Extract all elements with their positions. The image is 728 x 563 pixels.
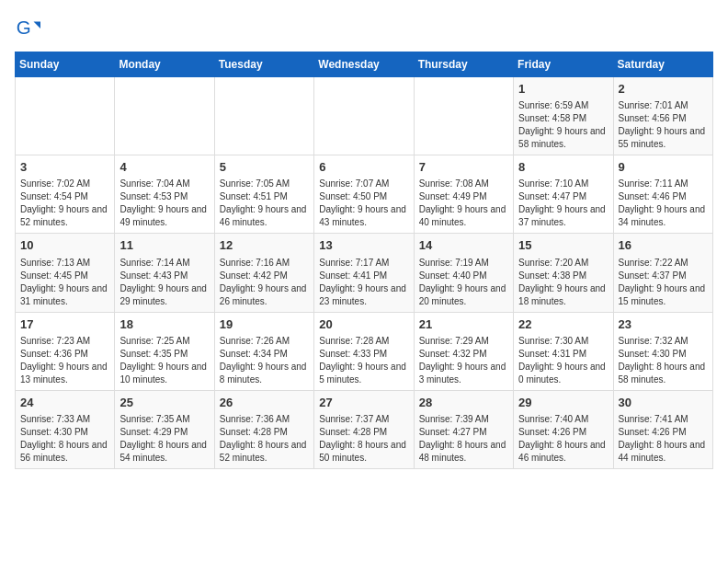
calendar-cell: 21Sunrise: 7:29 AM Sunset: 4:32 PM Dayli… [414,312,513,390]
calendar-cell: 24Sunrise: 7:33 AM Sunset: 4:30 PM Dayli… [16,390,115,468]
day-number: 21 [419,316,508,333]
header-tuesday: Tuesday [214,52,313,77]
calendar-cell: 16Sunrise: 7:22 AM Sunset: 4:37 PM Dayli… [613,234,712,312]
day-info: Sunrise: 7:07 AM Sunset: 4:50 PM Dayligh… [319,178,408,229]
week-row-2: 10Sunrise: 7:13 AM Sunset: 4:45 PM Dayli… [16,234,713,312]
calendar-cell [115,77,214,155]
day-info: Sunrise: 7:02 AM Sunset: 4:54 PM Dayligh… [20,178,109,229]
day-info: Sunrise: 7:08 AM Sunset: 4:49 PM Dayligh… [419,178,508,229]
calendar-cell: 11Sunrise: 7:14 AM Sunset: 4:43 PM Dayli… [115,234,214,312]
day-number: 15 [518,237,608,254]
day-info: Sunrise: 7:26 AM Sunset: 4:34 PM Dayligh… [220,335,309,386]
day-number: 28 [419,395,508,411]
header-wednesday: Wednesday [314,52,414,77]
day-info: Sunrise: 7:28 AM Sunset: 4:33 PM Dayligh… [319,335,408,386]
header-sunday: Sunday [16,52,115,77]
day-number: 23 [619,316,708,333]
day-info: Sunrise: 7:39 AM Sunset: 4:27 PM Dayligh… [419,413,508,465]
calendar-cell: 1Sunrise: 6:59 AM Sunset: 4:58 PM Daylig… [514,77,613,155]
week-row-3: 17Sunrise: 7:23 AM Sunset: 4:36 PM Dayli… [16,312,713,390]
day-info: Sunrise: 7:30 AM Sunset: 4:31 PM Dayligh… [518,335,608,386]
calendar-cell: 13Sunrise: 7:17 AM Sunset: 4:41 PM Dayli… [314,234,414,312]
day-number: 18 [119,316,209,333]
day-number: 12 [220,237,309,254]
day-info: Sunrise: 7:05 AM Sunset: 4:51 PM Dayligh… [220,178,309,229]
svg-marker-1 [34,21,40,28]
day-info: Sunrise: 7:20 AM Sunset: 4:38 PM Dayligh… [518,257,608,308]
day-number: 16 [619,237,708,254]
day-number: 6 [319,159,408,176]
calendar-cell: 12Sunrise: 7:16 AM Sunset: 4:42 PM Dayli… [214,234,313,312]
day-info: Sunrise: 7:04 AM Sunset: 4:53 PM Dayligh… [119,178,209,229]
day-info: Sunrise: 7:19 AM Sunset: 4:40 PM Dayligh… [419,257,508,308]
day-number: 25 [119,395,209,411]
calendar-cell: 23Sunrise: 7:32 AM Sunset: 4:30 PM Dayli… [613,312,712,390]
svg-text:G: G [17,17,31,38]
header-monday: Monday [115,52,214,77]
day-info: Sunrise: 7:32 AM Sunset: 4:30 PM Dayligh… [619,335,708,386]
day-info: Sunrise: 7:29 AM Sunset: 4:32 PM Dayligh… [419,335,508,386]
header-saturday: Saturday [613,52,712,77]
day-info: Sunrise: 7:17 AM Sunset: 4:41 PM Dayligh… [319,257,408,308]
header-thursday: Thursday [414,52,513,77]
calendar-cell: 25Sunrise: 7:35 AM Sunset: 4:29 PM Dayli… [115,390,214,468]
day-number: 3 [20,159,109,176]
day-number: 17 [20,316,109,333]
day-info: Sunrise: 7:40 AM Sunset: 4:26 PM Dayligh… [518,413,608,465]
calendar-cell: 19Sunrise: 7:26 AM Sunset: 4:34 PM Dayli… [214,312,313,390]
calendar-cell: 22Sunrise: 7:30 AM Sunset: 4:31 PM Dayli… [514,312,613,390]
day-info: Sunrise: 7:23 AM Sunset: 4:36 PM Dayligh… [20,335,109,386]
day-info: Sunrise: 7:37 AM Sunset: 4:28 PM Dayligh… [319,413,408,465]
day-number: 22 [518,316,608,333]
day-number: 11 [119,237,209,254]
day-number: 26 [220,395,309,411]
calendar-table: SundayMondayTuesdayWednesdayThursdayFrid… [15,52,713,469]
day-number: 8 [518,159,608,176]
calendar-cell [314,77,414,155]
calendar-cell: 29Sunrise: 7:40 AM Sunset: 4:26 PM Dayli… [514,390,613,468]
week-row-0: 1Sunrise: 6:59 AM Sunset: 4:58 PM Daylig… [16,77,713,155]
day-number: 27 [319,395,408,411]
header-friday: Friday [514,52,613,77]
day-info: Sunrise: 7:25 AM Sunset: 4:35 PM Dayligh… [119,335,209,386]
calendar-cell: 26Sunrise: 7:36 AM Sunset: 4:28 PM Dayli… [214,390,313,468]
calendar-cell: 7Sunrise: 7:08 AM Sunset: 4:49 PM Daylig… [414,155,513,234]
day-info: Sunrise: 7:11 AM Sunset: 4:46 PM Dayligh… [619,178,708,229]
day-info: Sunrise: 7:14 AM Sunset: 4:43 PM Dayligh… [119,257,209,308]
day-number: 4 [119,159,209,176]
day-number: 29 [518,395,608,411]
calendar-cell [214,77,313,155]
calendar-cell: 6Sunrise: 7:07 AM Sunset: 4:50 PM Daylig… [314,155,414,234]
day-info: Sunrise: 7:16 AM Sunset: 4:42 PM Dayligh… [220,257,309,308]
calendar-cell [16,77,115,155]
day-number: 13 [319,237,408,254]
day-number: 20 [319,316,408,333]
calendar-cell: 15Sunrise: 7:20 AM Sunset: 4:38 PM Dayli… [514,234,613,312]
calendar-cell: 2Sunrise: 7:01 AM Sunset: 4:56 PM Daylig… [613,77,712,155]
day-number: 2 [619,81,708,98]
calendar-cell: 5Sunrise: 7:05 AM Sunset: 4:51 PM Daylig… [214,155,313,234]
day-number: 7 [419,159,508,176]
calendar-header-row: SundayMondayTuesdayWednesdayThursdayFrid… [16,52,713,77]
day-info: Sunrise: 7:10 AM Sunset: 4:47 PM Dayligh… [518,178,608,229]
calendar-cell: 3Sunrise: 7:02 AM Sunset: 4:54 PM Daylig… [16,155,115,234]
logo: G [15,15,44,40]
week-row-4: 24Sunrise: 7:33 AM Sunset: 4:30 PM Dayli… [16,390,713,468]
calendar-cell: 18Sunrise: 7:25 AM Sunset: 4:35 PM Dayli… [115,312,214,390]
day-info: Sunrise: 6:59 AM Sunset: 4:58 PM Dayligh… [518,99,608,151]
day-number: 1 [518,81,608,98]
calendar-cell: 10Sunrise: 7:13 AM Sunset: 4:45 PM Dayli… [16,234,115,312]
day-info: Sunrise: 7:35 AM Sunset: 4:29 PM Dayligh… [119,413,209,465]
day-info: Sunrise: 7:33 AM Sunset: 4:30 PM Dayligh… [20,413,109,465]
calendar-cell: 28Sunrise: 7:39 AM Sunset: 4:27 PM Dayli… [414,390,513,468]
calendar-cell: 9Sunrise: 7:11 AM Sunset: 4:46 PM Daylig… [613,155,712,234]
day-number: 19 [220,316,309,333]
header: G [15,15,713,40]
calendar-cell: 30Sunrise: 7:41 AM Sunset: 4:26 PM Dayli… [613,390,712,468]
calendar-cell: 4Sunrise: 7:04 AM Sunset: 4:53 PM Daylig… [115,155,214,234]
day-number: 24 [20,395,109,411]
day-info: Sunrise: 7:01 AM Sunset: 4:56 PM Dayligh… [619,99,708,151]
week-row-1: 3Sunrise: 7:02 AM Sunset: 4:54 PM Daylig… [16,155,713,234]
calendar-cell: 8Sunrise: 7:10 AM Sunset: 4:47 PM Daylig… [514,155,613,234]
calendar-cell: 27Sunrise: 7:37 AM Sunset: 4:28 PM Dayli… [314,390,414,468]
